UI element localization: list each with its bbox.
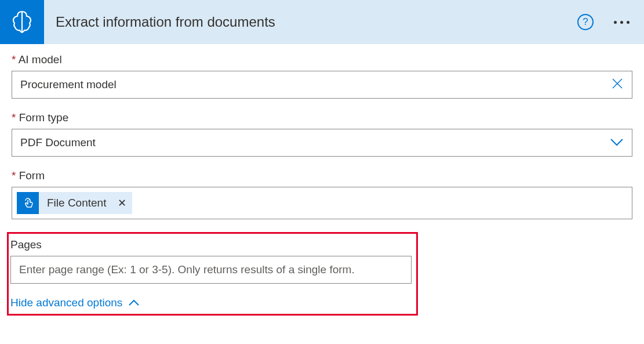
- form-field: Form File Content ✕: [12, 169, 632, 219]
- ai-model-label: AI model: [12, 53, 632, 66]
- ai-model-value: Procurement model: [20, 78, 611, 91]
- help-icon[interactable]: ?: [577, 14, 594, 30]
- form-type-value: PDF Document: [20, 136, 610, 149]
- card-header: Extract information from documents ?: [0, 0, 644, 44]
- chevron-up-icon: [128, 299, 140, 306]
- highlighted-region: Pages Hide advanced options: [7, 232, 418, 316]
- pages-field: Pages: [10, 238, 412, 284]
- form-input[interactable]: File Content ✕: [12, 187, 632, 219]
- form-type-select[interactable]: PDF Document: [12, 129, 632, 157]
- hide-advanced-label: Hide advanced options: [10, 296, 122, 309]
- ai-model-input[interactable]: Procurement model: [12, 71, 632, 99]
- token-label: File Content: [47, 197, 112, 209]
- chevron-down-icon[interactable]: [610, 136, 624, 149]
- form-type-label: Form type: [12, 111, 632, 124]
- file-content-token: File Content ✕: [17, 192, 132, 214]
- touch-icon: [17, 192, 39, 214]
- remove-token-icon[interactable]: ✕: [112, 197, 132, 209]
- ai-model-field: AI model Procurement model: [12, 53, 632, 99]
- clear-icon[interactable]: [611, 77, 624, 93]
- pages-input[interactable]: [10, 256, 412, 284]
- more-menu-button[interactable]: [611, 18, 632, 27]
- form-type-field: Form type PDF Document: [12, 111, 632, 157]
- pages-label: Pages: [10, 238, 412, 251]
- page-title: Extract information from documents: [56, 14, 577, 30]
- brain-icon: [0, 0, 44, 44]
- hide-advanced-link[interactable]: Hide advanced options: [10, 296, 140, 309]
- form-label: Form: [12, 169, 632, 182]
- form-body: AI model Procurement model Form type PDF…: [0, 44, 644, 325]
